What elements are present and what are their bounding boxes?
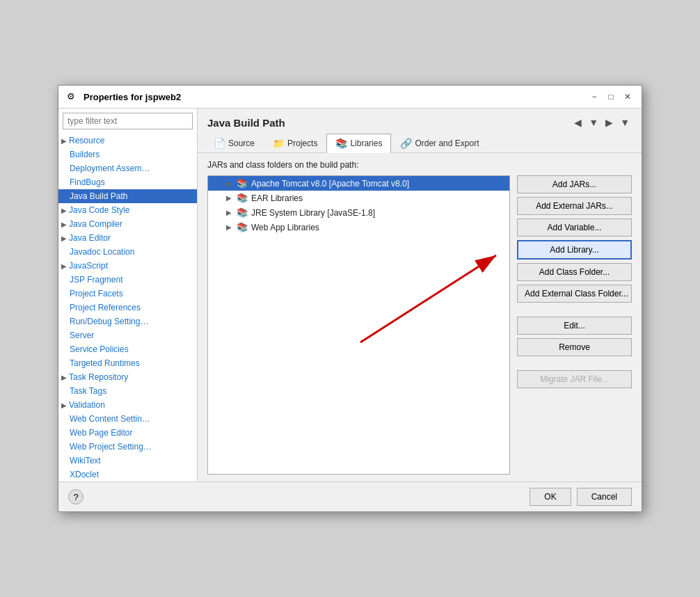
sidebar-item-web-page-editor[interactable]: Web Page Editor [58,426,197,440]
cancel-button[interactable]: Cancel [577,488,632,506]
titlebar-controls: − □ ✕ [589,91,633,102]
content-nav: ◀ ▼ ▶ ▼ [572,116,632,129]
tree-item-label: Web App Libraries [251,223,319,232]
tab-icon-order-export: 🔗 [400,138,412,149]
sidebar-item-builders[interactable]: Builders [58,148,197,161]
bottom-bar: ? OK Cancel [58,481,642,511]
sidebar: ▶ResourceBuildersDeployment Assem…FindBu… [58,109,198,481]
tree-item-tomcat[interactable]: ▶📚Apache Tomcat v8.0 [Apache Tomcat v8.0… [208,176,509,191]
sidebar-item-run-debug-settings[interactable]: Run/Debug Setting… [58,315,197,328]
sidebar-item-project-references[interactable]: Project References [58,301,197,315]
tab-label-source: Source [228,138,255,148]
titlebar-left: ⚙ Properties for jspweb2 [67,91,181,102]
sidebar-item-web-content-settings[interactable]: Web Content Settin… [58,412,197,426]
libraries-tree[interactable]: ▶📚Apache Tomcat v8.0 [Apache Tomcat v8.0… [207,175,510,475]
tree-expand-icon: ▶ [225,194,233,202]
tree-item-jre[interactable]: ▶📚JRE System Library [JavaSE-1.8] [208,205,509,220]
sidebar-item-project-facets[interactable]: Project Facets [58,287,197,301]
sidebar-item-java-editor[interactable]: ▶Java Editor [58,231,197,245]
sidebar-item-java-compiler[interactable]: ▶Java Compiler [58,217,197,231]
help-button[interactable]: ? [68,489,83,504]
tab-label-projects: Projects [287,138,317,148]
tree-item-ear[interactable]: ▶📚EAR Libraries [208,191,509,205]
sidebar-item-targeted-runtimes[interactable]: Targeted Runtimes [58,356,197,370]
nav-forward-dropdown-button[interactable]: ▼ [618,116,632,129]
expand-icon: ▶ [61,262,67,270]
dialog-icon: ⚙ [67,91,78,102]
sidebar-item-resource[interactable]: ▶Resource [58,134,197,148]
content-header: Java Build Path ◀ ▼ ▶ ▼ [198,109,642,134]
tab-icon-libraries: 📚 [335,138,347,149]
sidebar-item-jsp-fragment[interactable]: JSP Fragment [58,273,197,287]
library-icon: 📚 [237,193,248,203]
titlebar: ⚙ Properties for jspweb2 − □ ✕ [58,86,642,109]
main-panel-wrapper: ▶📚Apache Tomcat v8.0 [Apache Tomcat v8.0… [207,175,632,475]
tab-projects[interactable]: 📁Projects [264,134,326,152]
nav-back-button[interactable]: ◀ [572,116,584,129]
sidebar-item-javadoc-location[interactable]: Javadoc Location [58,245,197,259]
tab-libraries[interactable]: 📚Libraries [326,134,391,153]
tab-order-export[interactable]: 🔗Order and Export [391,134,488,152]
expand-icon: ▶ [61,234,67,242]
minimize-button[interactable]: − [589,91,600,102]
dialog-body: ▶ResourceBuildersDeployment Assem…FindBu… [58,109,642,481]
add-external-jars-button[interactable]: Add External JARs... [517,197,632,215]
tab-icon-source: 📄 [214,138,225,149]
bottom-right: OK Cancel [530,488,632,506]
sidebar-item-java-build-path[interactable]: Java Build Path [58,189,197,203]
bottom-left: ? [68,489,83,504]
migrate-jar-button[interactable]: Migrate JAR File... [517,370,632,388]
sidebar-item-task-repository[interactable]: ▶Task Repository [58,370,197,384]
library-icon: 📚 [237,222,248,232]
expand-icon: ▶ [61,137,67,145]
nav-forward-button[interactable]: ▶ [603,116,615,129]
add-jars-button[interactable]: Add JARs... [517,175,632,193]
sidebar-item-findbugs[interactable]: FindBugs [58,175,197,189]
sidebar-item-server[interactable]: Server [58,328,197,342]
expand-icon: ▶ [61,374,67,381]
tabs-bar: 📄Source📁Projects📚Libraries🔗Order and Exp… [198,134,642,153]
expand-icon: ▶ [61,221,67,228]
sidebar-item-task-tags[interactable]: Task Tags [58,384,197,398]
add-external-class-folder-button[interactable]: Add External Class Folder... [517,285,632,303]
tree-item-label: Apache Tomcat v8.0 [Apache Tomcat v8.0] [251,179,409,189]
sidebar-item-xdoclet[interactable]: XDoclet [58,468,197,481]
add-class-folder-button[interactable]: Add Class Folder... [517,263,632,281]
properties-dialog: ⚙ Properties for jspweb2 − □ ✕ ▶Resource… [58,85,642,512]
library-icon: 📚 [237,178,248,189]
button-spacer [517,360,632,367]
content-area: JARs and class folders on the build path… [198,153,642,481]
tab-label-libraries: Libraries [350,138,382,148]
nav-back-dropdown-button[interactable]: ▼ [587,116,600,129]
add-library-button[interactable]: Add Library... [517,240,632,260]
expand-icon: ▶ [61,401,67,409]
tree-item-label: JRE System Library [JavaSE-1.8] [251,208,375,218]
filter-input[interactable] [63,113,193,129]
expand-icon: ▶ [61,207,67,214]
sidebar-item-validation[interactable]: ▶Validation [58,398,197,412]
dialog-title: Properties for jspweb2 [83,92,181,102]
tree-expand-icon: ▶ [225,180,233,187]
page-title: Java Build Path [207,117,285,129]
sidebar-item-java-code-style[interactable]: ▶Java Code Style [58,203,197,217]
sidebar-item-wikitext[interactable]: WikiText [58,454,197,468]
tree-item-webapp[interactable]: ▶📚Web App Libraries [208,220,509,234]
button-spacer [517,306,632,313]
buttons-panel: Add JARs...Add External JARs...Add Varia… [517,175,632,475]
sidebar-list: ▶ResourceBuildersDeployment Assem…FindBu… [58,134,197,481]
tab-label-order-export: Order and Export [415,138,479,148]
libraries-description: JARs and class folders on the build path… [207,160,632,170]
sidebar-item-service-policies[interactable]: Service Policies [58,342,197,356]
sidebar-item-javascript[interactable]: ▶JavaScript [58,259,197,273]
edit-button[interactable]: Edit... [517,317,632,335]
remove-button[interactable]: Remove [517,338,632,356]
sidebar-item-deployment-assembly[interactable]: Deployment Assem… [58,161,197,175]
tree-expand-icon: ▶ [225,223,233,231]
maximize-button[interactable]: □ [605,91,617,102]
tab-icon-projects: 📁 [273,138,285,149]
sidebar-item-web-project-settings[interactable]: Web Project Setting… [58,440,197,454]
ok-button[interactable]: OK [530,488,571,506]
add-variable-button[interactable]: Add Variable... [517,218,632,237]
tab-source[interactable]: 📄Source [205,134,264,152]
close-button[interactable]: ✕ [622,91,633,102]
